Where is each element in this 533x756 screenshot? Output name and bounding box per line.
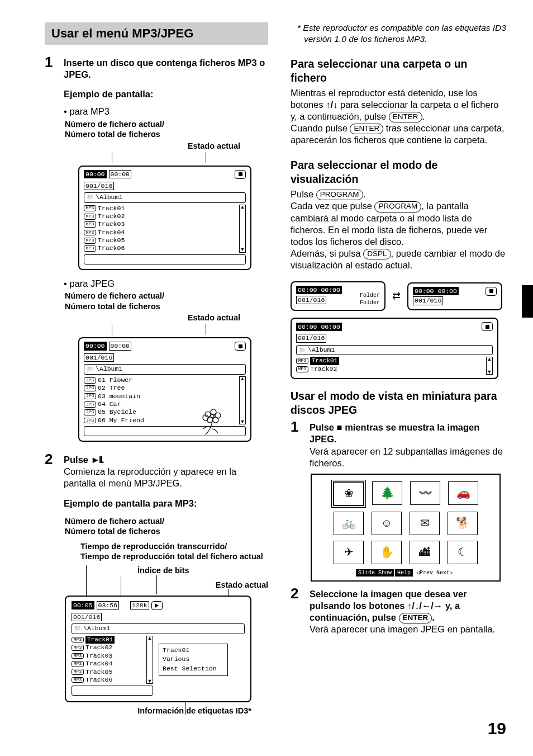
flower-art: [196, 403, 229, 437]
ms-line: Folder: [360, 292, 380, 299]
track-item: Track01: [98, 205, 125, 212]
folder-row: \Album1: [84, 192, 246, 203]
thumb-footer: Slide ShowHelp◁Prev Next▷: [322, 570, 489, 577]
id3-note: * Este reproductor es compatible con las…: [304, 22, 506, 45]
step-number: 1: [45, 55, 59, 81]
track-item: Track05: [98, 237, 125, 244]
folder-row: \Album1: [84, 364, 246, 375]
jpg-icon: JPG: [84, 377, 96, 384]
program-key: PROGRAM: [316, 190, 363, 200]
id3-box: Track01 Various Best Selection: [159, 644, 228, 676]
thumb: ✉: [410, 512, 440, 535]
bullet-jpeg: para JPEG: [69, 278, 115, 289]
play-icon: [151, 601, 163, 610]
time-current: 00:00: [84, 170, 107, 178]
edge-tab: [522, 285, 533, 318]
track-item: Track03: [85, 652, 112, 660]
filecount-label-2: Número de fichero actual/ Número total d…: [65, 291, 268, 311]
stop-icon: [482, 322, 493, 331]
bullet-mp3: para MP3: [69, 106, 110, 116]
thumb: ❀: [333, 481, 364, 506]
enter-key: ENTER: [350, 124, 383, 134]
time-total: 03:56: [97, 601, 120, 609]
ms-line: 00:00 00:00: [296, 323, 342, 331]
program-key: PROGRAM: [374, 201, 421, 212]
track-item: Track03: [98, 220, 125, 228]
thumb: 〰️: [410, 481, 440, 505]
folder-name: \Album1: [83, 625, 110, 633]
id3-line: Various: [163, 655, 224, 664]
enter-key: ENTER: [389, 112, 422, 122]
time-total: 00:00: [109, 342, 132, 350]
arrows-ud-icon: ↑/↓: [326, 100, 337, 110]
right-step-1: 1 Pulse ■ mientras se muestra la imagen …: [291, 419, 506, 469]
list-item: 01 Flower: [98, 376, 132, 384]
list-item: 04 Car: [98, 400, 121, 408]
ms-line: 00:00 00:00: [296, 286, 342, 294]
mode-screen-folder: 00:00 00:00 001/016 Folder Folder: [291, 281, 386, 311]
folder-name: \Album1: [96, 365, 122, 374]
jpeg-screen: 00:00 00:00 001/016 \Album1 JPG01 Flower…: [78, 337, 251, 442]
list-item: 06 My Friend: [98, 417, 144, 424]
bitrate: 128k: [130, 601, 149, 609]
ms-line: 001/016: [296, 334, 326, 342]
track-item: Track06: [85, 676, 112, 684]
folder-row: \Album1: [72, 623, 245, 634]
play-pause-icon: ►II: [91, 455, 102, 465]
file-count: 001/016: [84, 353, 114, 362]
step-number: 1: [291, 419, 305, 469]
example-mp3-label: Ejemplo de pantalla para MP3:: [64, 498, 268, 509]
thumb: 🚗: [448, 481, 478, 505]
empty-slot: [72, 686, 153, 696]
thumb: 🐕: [448, 512, 478, 535]
mode-screens: 00:00 00:00 001/016 Folder Folder ⇄ 00:0…: [291, 281, 506, 311]
track-item: Track02: [310, 365, 337, 373]
mode-screen-lower: 00:00 00:00 001/016 \Album1 MP3Track01 M…: [291, 318, 498, 379]
jpeg-callouts: Estado actual: [78, 313, 240, 335]
left-step-1: 1 Inserte un disco que contenga ficheros…: [45, 55, 268, 81]
p-mode: Pulse PROGRAM. Cada vez que pulse PROGRA…: [291, 188, 506, 271]
track-item: Track01: [310, 357, 339, 365]
example-screen-label: Ejemplo de pantalla:: [64, 88, 268, 100]
ms-line: 001/016: [413, 296, 443, 305]
id3-line: Track01: [163, 646, 224, 655]
mp3-icon: MP3: [84, 205, 96, 211]
stop-icon: [235, 342, 246, 351]
file-count: 001/016: [84, 182, 114, 190]
h-thumb: Usar el modo de vista en miniatura para …: [291, 389, 506, 417]
mode-screen-list: 00:00 00:00 001/016: [407, 282, 502, 310]
track-item: Track02: [98, 212, 125, 220]
list-item: 02 Tree: [98, 384, 125, 392]
stop-icon: [235, 170, 246, 179]
thumb: 🏙: [410, 541, 440, 564]
ms-line: 00:00 00:00: [413, 287, 459, 295]
filecount-label-3: Número de fichero actual/ Número total d…: [65, 516, 268, 537]
h-mode: Para seleccionar el modo de visualizació…: [291, 158, 506, 186]
step2-tail: .: [102, 455, 104, 465]
folder-name: \Album1: [96, 193, 122, 202]
estado-label-3: Estado actual: [216, 580, 268, 590]
file-count: 001/016: [72, 613, 102, 621]
thumb: ✋: [372, 541, 402, 564]
list-item: 03 mountain: [98, 393, 140, 400]
scrollbar: [146, 636, 153, 684]
time-current: 00:00: [84, 342, 107, 350]
p-select: Mientras el reproductor está detenido, u…: [291, 87, 506, 147]
mp3-callouts: Estado actual: [78, 141, 240, 163]
estado-label-2: Estado actual: [188, 313, 240, 323]
track-item: Track04: [98, 229, 125, 237]
svg-point-3: [213, 417, 218, 423]
right-step1-body: Verá aparecer en 12 subpantallas imágene…: [310, 446, 503, 468]
track-item: Track05: [85, 668, 112, 676]
id3-footnote-label: Información de etiquetas ID3*: [45, 706, 251, 716]
thumb: ☺: [372, 512, 402, 535]
h-select: Para seleccionar una carpeta o un ficher…: [291, 57, 506, 85]
track-item: Track02: [85, 644, 112, 651]
stop-icon: [486, 287, 497, 296]
arrows-4way-icon: ↑/↓/←/→: [407, 601, 442, 611]
step1-text: Inserte un disco que contenga ficheros M…: [64, 58, 265, 79]
empty-slot: [84, 254, 246, 264]
time-current: 00:05: [72, 601, 94, 609]
folder-name: \Album1: [308, 346, 335, 355]
ms-line: Folder: [360, 300, 380, 306]
